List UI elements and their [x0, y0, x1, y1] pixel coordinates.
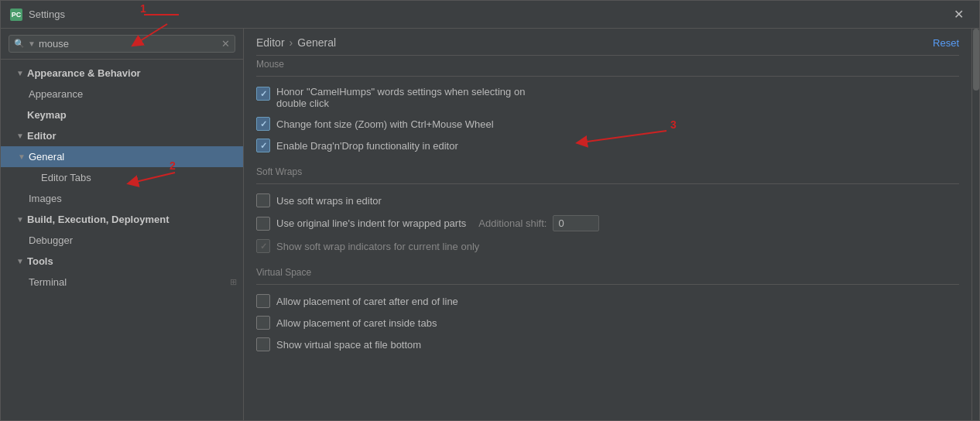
soft-wraps-divider [256, 183, 959, 184]
option-use-original-indent: Use original line's indent for wrapped p… [256, 214, 959, 233]
search-dropdown-icon[interactable]: ▼ [28, 39, 36, 48]
mouse-section: Mouse ✓ Honor "CamelHumps" words setting… [256, 59, 959, 154]
label-allow-placement-inside-tabs: Allow placement of caret inside tabs [276, 317, 437, 329]
build-arrow-icon: ▼ [16, 215, 27, 224]
sidebar-item-debugger[interactable]: Debugger [1, 230, 243, 251]
terminal-icon: ⊞ [230, 277, 237, 287]
checkbox-allow-placement-after-end[interactable] [256, 294, 270, 308]
checkbox-use-original-indent[interactable] [256, 217, 270, 231]
tools-arrow-icon: ▼ [16, 257, 27, 265]
checkmark-icon-dim: ✓ [260, 241, 267, 252]
sidebar-label-appearance-behavior: Appearance & Behavior [27, 67, 141, 79]
option-show-virtual-space: Show virtual space at file bottom [256, 336, 959, 353]
sidebar-item-tools[interactable]: ▼ Tools [1, 251, 243, 272]
additional-shift-input[interactable] [553, 215, 599, 231]
sidebar-label-terminal: Terminal [29, 276, 67, 288]
titlebar: PC Settings ✕ [1, 1, 979, 29]
breadcrumb-separator: › [290, 36, 293, 49]
virtual-space-divider [256, 284, 959, 285]
label-show-virtual-space: Show virtual space at file bottom [276, 339, 421, 351]
sidebar-item-appearance[interactable]: Appearance [1, 84, 243, 104]
option-change-font-size: ✓ Change font size (Zoom) with Ctrl+Mous… [256, 115, 959, 132]
option-use-soft-wraps: Use soft wraps in editor [256, 192, 959, 209]
editor-arrow-icon: ▼ [16, 132, 27, 140]
search-icon: 🔍 [14, 39, 25, 49]
checkbox-show-soft-wrap[interactable]: ✓ [256, 239, 270, 253]
label-use-original-indent: Use original line's indent for wrapped p… [276, 217, 466, 229]
sidebar-label-build: Build, Execution, Deployment [27, 214, 169, 225]
soft-wraps-section: Soft Wraps Use soft wraps in editor Use … [256, 166, 959, 255]
additional-shift-label: Additional shift: [478, 217, 547, 229]
virtual-space-section-header: Virtual Space [256, 267, 959, 278]
search-clear-icon[interactable]: ✕ [221, 38, 230, 50]
sidebar-item-keymap[interactable]: Keymap [1, 104, 243, 125]
mouse-section-header: Mouse [256, 59, 959, 70]
sidebar-item-appearance-behavior[interactable]: ▼ Appearance & Behavior [1, 63, 243, 84]
sidebar-item-general[interactable]: ▼ General [1, 146, 243, 167]
label-show-soft-wrap: Show soft wrap indicators for current li… [276, 241, 479, 252]
sidebar-item-images[interactable]: Images [1, 188, 243, 209]
checkmark-icon-3: ✓ [260, 141, 267, 151]
panel-header: Editor › General Reset [244, 29, 971, 55]
settings-tree: ▼ Appearance & Behavior Appearance [1, 60, 243, 420]
option-camel-humps: ✓ Honor "CamelHumps" words settings when… [256, 84, 959, 111]
reset-button[interactable]: Reset [933, 37, 959, 49]
scrollbar[interactable] [971, 29, 979, 420]
label-allow-placement-after-end: Allow placement of caret after end of li… [276, 296, 458, 307]
label-use-soft-wraps: Use soft wraps in editor [276, 195, 382, 207]
virtual-space-section: Virtual Space Allow placement of caret a… [256, 267, 959, 353]
checkbox-allow-placement-inside-tabs[interactable] [256, 316, 270, 330]
sidebar-label-general: General [29, 151, 64, 163]
sidebar-item-terminal[interactable]: Terminal ⊞ [1, 272, 243, 293]
soft-wraps-section-header: Soft Wraps [256, 166, 959, 177]
app-icon: PC [10, 9, 22, 21]
checkbox-change-font-size[interactable]: ✓ [256, 117, 270, 131]
additional-shift-group: Additional shift: [478, 215, 599, 231]
label-drag-drop: Enable Drag'n'Drop functionality in edit… [276, 140, 458, 152]
checkbox-use-soft-wraps[interactable] [256, 193, 270, 207]
option-drag-drop: ✓ Enable Drag'n'Drop functionality in ed… [256, 137, 959, 154]
search-box: 🔍 ▼ ✕ [1, 29, 243, 60]
breadcrumb-current: General [297, 36, 336, 49]
label-camel-humps: Honor "CamelHumps" words settings when s… [276, 86, 525, 109]
option-allow-placement-after-end: Allow placement of caret after end of li… [256, 293, 959, 310]
mouse-divider [256, 76, 959, 77]
option-allow-placement-inside-tabs: Allow placement of caret inside tabs [256, 314, 959, 331]
sidebar-item-build[interactable]: ▼ Build, Execution, Deployment [1, 209, 243, 230]
sidebar-label-tools: Tools [27, 255, 53, 267]
scrollbar-thumb[interactable] [973, 29, 979, 91]
general-arrow-icon: ▼ [18, 152, 29, 161]
option-show-soft-wrap: ✓ Show soft wrap indicators for current … [256, 238, 959, 255]
sidebar-item-editor-tabs[interactable]: Editor Tabs [1, 167, 243, 188]
sidebar-label-appearance: Appearance [29, 88, 83, 100]
sidebar-label-editor-tabs: Editor Tabs [41, 172, 91, 183]
sidebar: 🔍 ▼ ✕ ▼ Appearance & Behavior [1, 29, 244, 420]
panel-content: Mouse ✓ Honor "CamelHumps" words setting… [244, 56, 971, 420]
window-title: Settings [29, 9, 947, 20]
sidebar-label-keymap: Keymap [27, 109, 67, 121]
close-button[interactable]: ✕ [947, 4, 970, 25]
label-change-font-size: Change font size (Zoom) with Ctrl+Mouse … [276, 118, 494, 130]
sidebar-label-debugger: Debugger [29, 234, 73, 246]
arrow-icon: ▼ [16, 69, 27, 77]
sidebar-label-images: Images [29, 193, 62, 204]
checkbox-show-virtual-space[interactable] [256, 337, 270, 351]
checkbox-drag-drop[interactable]: ✓ [256, 139, 270, 152]
search-input-wrap[interactable]: 🔍 ▼ ✕ [9, 35, 235, 53]
sidebar-label-editor: Editor [27, 130, 57, 142]
main-panel: Editor › General Reset Mouse ✓ [244, 29, 971, 420]
sidebar-item-editor[interactable]: ▼ Editor [1, 125, 243, 146]
checkbox-camel-humps[interactable]: ✓ [256, 87, 270, 101]
checkmark-icon-2: ✓ [260, 119, 267, 129]
breadcrumb-parent: Editor [256, 36, 285, 49]
breadcrumb: Editor › General [256, 36, 336, 49]
checkmark-icon: ✓ [260, 89, 267, 99]
search-input[interactable] [39, 38, 221, 50]
